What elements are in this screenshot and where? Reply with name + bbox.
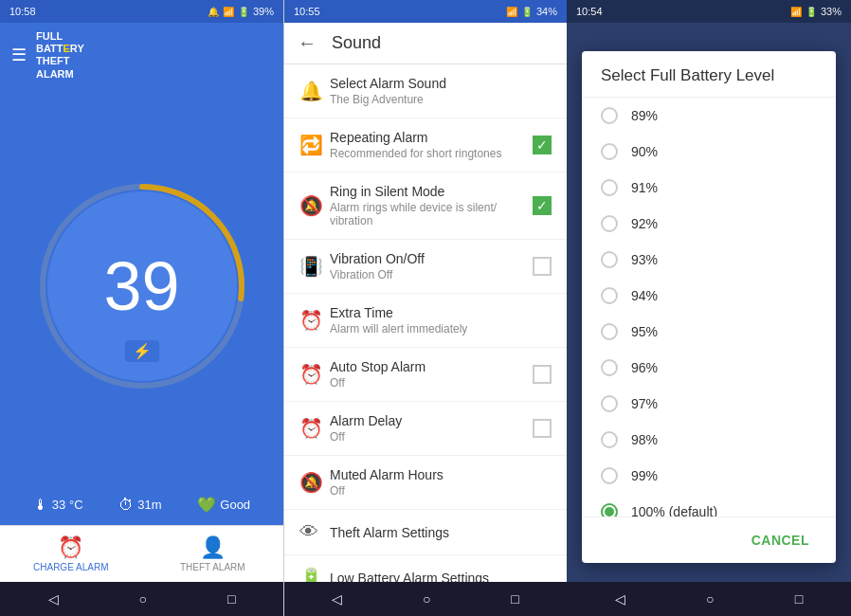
option-89[interactable]: 89% xyxy=(582,98,836,134)
radio-93 xyxy=(601,251,618,268)
battery-icon-2: 🔋 xyxy=(521,7,533,17)
option-95[interactable]: 95% xyxy=(582,314,836,350)
time-2: 10:55 xyxy=(294,6,320,17)
radio-100 xyxy=(601,503,618,516)
temp-value: 33 °C xyxy=(52,498,83,512)
setting-repeating-alarm[interactable]: 🔁 Repeating Alarm Recommended for short … xyxy=(284,118,567,172)
auto-stop-subtitle: Off xyxy=(330,376,533,390)
option-96[interactable]: 96% xyxy=(582,350,836,386)
option-99[interactable]: 99% xyxy=(582,458,836,494)
battery-circle: 39 xyxy=(47,191,237,381)
recents-btn-1[interactable]: □ xyxy=(227,591,235,607)
muted-hours-icon: 🔕 xyxy=(299,471,330,494)
recents-btn-3[interactable]: □ xyxy=(795,591,803,607)
panel-main-app: 10:58 🔔 📶 🔋 39% ☰ FULLBATTERYTHEFTALARM … xyxy=(0,0,283,616)
recents-btn-2[interactable]: □ xyxy=(511,591,518,607)
vibration-subtitle: Vibration Off xyxy=(330,268,533,281)
repeating-alarm-checkbox[interactable]: ✓ xyxy=(533,136,552,154)
label-93: 93% xyxy=(631,252,658,267)
repeating-alarm-icon: 🔁 xyxy=(299,134,330,156)
setting-low-battery[interactable]: 🔋 Low Battery Alarm Settings xyxy=(284,555,567,582)
app-logo: FULLBATTERYTHEFTALARM xyxy=(36,30,84,81)
home-btn-1[interactable]: ○ xyxy=(139,591,147,607)
bottom-nav: ⏰ CHARGE ALARM 👤 THEFT ALARM xyxy=(0,525,283,582)
vibration-title: Vibration On/Off xyxy=(330,251,533,266)
home-btn-2[interactable]: ○ xyxy=(423,591,430,607)
label-99: 99% xyxy=(631,468,658,483)
setting-extra-time[interactable]: ⏰ Extra Time Alarm will alert immediatel… xyxy=(284,294,567,348)
setting-alarm-sound[interactable]: 🔔 Select Alarm Sound The Big Adventure xyxy=(284,64,567,118)
app-header: ☰ FULLBATTERYTHEFTALARM xyxy=(0,23,283,88)
alarm-delay-checkbox[interactable] xyxy=(533,419,552,438)
battery-pct-2: 34% xyxy=(536,6,557,17)
setting-muted-hours[interactable]: 🔕 Muted Alarm Hours Off xyxy=(284,456,567,510)
battery-pct-1: 39% xyxy=(253,6,274,17)
status-icons-1: 🔔 📶 🔋 39% xyxy=(208,6,274,17)
alarm-delay-content: Alarm Delay Off xyxy=(330,413,533,444)
notification-icon: 🔔 xyxy=(208,7,219,17)
auto-stop-content: Auto Stop Alarm Off xyxy=(330,359,533,390)
time-1: 10:58 xyxy=(9,6,36,17)
theft-settings-title: Theft Alarm Settings xyxy=(330,525,552,540)
stats-row: 🌡 33 °C ⏱ 31m 💚 Good xyxy=(0,484,283,525)
radio-95 xyxy=(601,323,618,340)
label-89: 89% xyxy=(631,108,658,123)
sys-nav-3: ◁ ○ □ xyxy=(567,582,851,616)
option-93[interactable]: 93% xyxy=(582,242,836,278)
setting-auto-stop[interactable]: ⏰ Auto Stop Alarm Off xyxy=(284,348,567,402)
option-98[interactable]: 98% xyxy=(582,422,836,458)
sound-settings-header: ← Sound xyxy=(284,23,567,64)
alarm-sound-subtitle: The Big Adventure xyxy=(330,93,552,106)
nav-charge-alarm[interactable]: ⏰ CHARGE ALARM xyxy=(0,526,142,582)
option-94[interactable]: 94% xyxy=(582,278,836,314)
extra-time-title: Extra Time xyxy=(330,305,552,320)
nav-theft-alarm[interactable]: 👤 THEFT ALARM xyxy=(142,526,284,582)
radio-90 xyxy=(601,143,618,160)
setting-ring-silent[interactable]: 🔕 Ring in Silent Mode Alarm rings while … xyxy=(284,172,567,240)
back-arrow-btn[interactable]: ← xyxy=(298,32,317,54)
back-btn-3[interactable]: ◁ xyxy=(615,591,625,607)
battery-level-dialog: Select Full Battery Level 89% 90% 91% 92… xyxy=(582,51,836,563)
repeating-alarm-content: Repeating Alarm Recommended for short ri… xyxy=(330,130,533,160)
status-icons-3: 📶 🔋 33% xyxy=(790,6,842,17)
back-btn-2[interactable]: ◁ xyxy=(332,591,342,607)
alarm-delay-subtitle: Off xyxy=(330,430,533,444)
dialog-backdrop: Select Full Battery Level 89% 90% 91% 92… xyxy=(567,23,851,582)
charging-icon xyxy=(125,340,159,362)
time-value: 31m xyxy=(137,498,161,512)
radio-89 xyxy=(601,107,618,124)
vibration-icon: 📳 xyxy=(299,255,330,278)
status-bar-3: 10:54 📶 🔋 33% xyxy=(567,0,851,23)
ring-silent-title: Ring in Silent Mode xyxy=(330,184,533,199)
low-battery-content: Low Battery Alarm Settings xyxy=(330,571,552,582)
alarm-delay-title: Alarm Delay xyxy=(330,413,533,428)
option-91[interactable]: 91% xyxy=(582,170,836,206)
option-100[interactable]: 100% (default) xyxy=(582,494,836,516)
hamburger-icon[interactable]: ☰ xyxy=(11,45,27,65)
time-3: 10:54 xyxy=(576,6,603,17)
vibration-checkbox[interactable] xyxy=(533,257,552,276)
option-90[interactable]: 90% xyxy=(582,134,836,170)
sys-nav-1: ◁ ○ □ xyxy=(0,582,283,616)
cancel-button[interactable]: CANCEL xyxy=(740,525,821,555)
ring-silent-checkbox[interactable]: ✓ xyxy=(533,196,552,215)
auto-stop-checkbox[interactable] xyxy=(533,365,552,384)
alarm-delay-icon: ⏰ xyxy=(299,417,330,440)
setting-vibration[interactable]: 📳 Vibration On/Off Vibration Off xyxy=(284,240,567,294)
battery-pct-3: 33% xyxy=(821,6,842,17)
setting-alarm-delay[interactable]: ⏰ Alarm Delay Off xyxy=(284,402,567,456)
extra-time-content: Extra Time Alarm will alert immediately xyxy=(330,305,552,335)
health-icon: 💚 xyxy=(197,496,216,514)
back-btn-1[interactable]: ◁ xyxy=(48,591,59,607)
battery-display: 39 xyxy=(0,98,283,475)
theft-settings-content: Theft Alarm Settings xyxy=(330,525,552,540)
setting-theft-settings[interactable]: 👁 Theft Alarm Settings xyxy=(284,510,567,555)
label-91: 91% xyxy=(631,180,658,195)
label-97: 97% xyxy=(631,396,658,411)
home-btn-3[interactable]: ○ xyxy=(706,591,714,607)
label-92: 92% xyxy=(631,216,658,231)
option-97[interactable]: 97% xyxy=(582,386,836,422)
option-92[interactable]: 92% xyxy=(582,206,836,242)
low-battery-icon: 🔋 xyxy=(299,567,330,582)
ring-silent-icon: 🔕 xyxy=(299,194,330,217)
